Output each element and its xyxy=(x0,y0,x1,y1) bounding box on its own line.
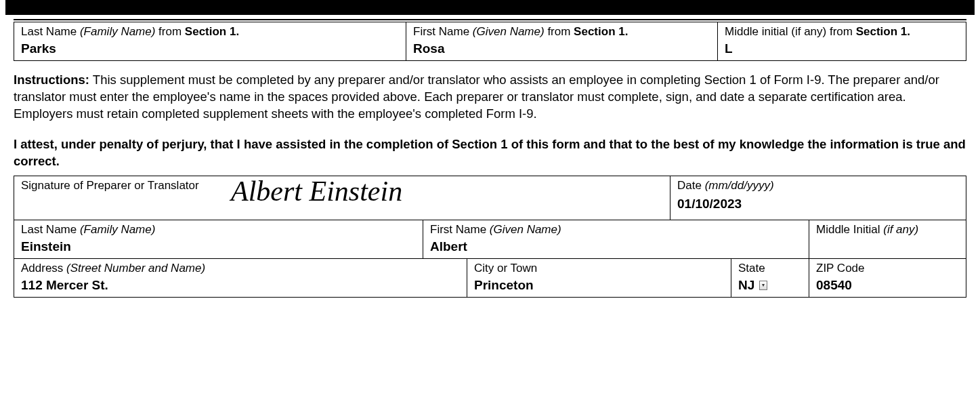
preparer-middle-initial-label: Middle Initial (if any) xyxy=(816,223,959,237)
preparer-last-name-label: Last Name (Family Name) xyxy=(21,223,416,237)
label-text: Address xyxy=(21,262,66,275)
instructions-lead: Instructions: xyxy=(14,73,89,87)
date-cell: Date (mm/dd/yyyy) 01/10/2023 xyxy=(670,176,966,220)
label-ital: (Given Name) xyxy=(473,25,545,38)
zip-cell: ZIP Code 08540 xyxy=(809,259,966,298)
label-ital: (Given Name) xyxy=(490,223,561,236)
employee-middle-initial-label: Middle initial (if any) from Section 1. xyxy=(725,25,959,39)
label-text: from xyxy=(155,25,184,38)
preparer-middle-initial-cell: Middle Initial (if any) xyxy=(809,220,966,259)
label-ital: (Family Name) xyxy=(80,25,155,38)
label-text: Last Name xyxy=(21,25,80,38)
date-value[interactable]: 01/10/2023 xyxy=(677,197,959,211)
city-cell: City or Town Princeton xyxy=(467,259,731,298)
instructions-body: This supplement must be completed by any… xyxy=(14,73,939,121)
address-value[interactable]: 112 Mercer St. xyxy=(21,278,460,293)
label-text: Date xyxy=(677,179,705,192)
city-value[interactable]: Princeton xyxy=(474,278,724,293)
preparer-first-name-cell: First Name (Given Name) Albert xyxy=(423,220,809,259)
dropdown-caret-icon: ▾ xyxy=(759,281,767,290)
label-bold: Section 1. xyxy=(856,25,910,38)
signature-cell: Signature of Preparer or Translator Albe… xyxy=(14,176,670,220)
signature-row: Signature of Preparer or Translator Albe… xyxy=(14,176,966,220)
employee-first-name-label: First Name (Given Name) from Section 1. xyxy=(413,25,710,39)
label-ital: (Family Name) xyxy=(80,223,155,236)
state-value: NJ xyxy=(738,278,754,292)
label-text: Middle Initial xyxy=(816,223,883,236)
label-text: First Name xyxy=(413,25,473,38)
header-rule xyxy=(14,19,966,20)
state-label: State xyxy=(738,262,802,275)
label-text: from xyxy=(545,25,574,38)
preparer-first-name-label: First Name (Given Name) xyxy=(430,223,802,237)
label-text: Middle initial (if any) from xyxy=(725,25,856,38)
employee-last-name-value[interactable]: Parks xyxy=(21,41,399,56)
header-black-bar xyxy=(5,0,975,15)
signature-value[interactable]: Albert Einstein xyxy=(231,175,402,207)
address-label: Address (Street Number and Name) xyxy=(21,262,460,275)
employee-last-name-cell: Last Name (Family Name) from Section 1. … xyxy=(14,22,406,61)
label-ital: (Street Number and Name) xyxy=(66,262,205,275)
employee-name-row: Last Name (Family Name) from Section 1. … xyxy=(14,22,966,61)
employee-first-name-cell: First Name (Given Name) from Section 1. … xyxy=(406,22,718,61)
label-bold: Section 1. xyxy=(185,25,239,38)
label-ital: (if any) xyxy=(883,223,918,236)
label-bold: Section 1. xyxy=(574,25,628,38)
preparer-name-row: Last Name (Family Name) Einstein First N… xyxy=(14,220,966,259)
employee-middle-initial-cell: Middle initial (if any) from Section 1. … xyxy=(718,22,966,61)
label-text: Last Name xyxy=(21,223,80,236)
state-cell: State NJ ▾ xyxy=(731,259,809,298)
employee-middle-initial-value[interactable]: L xyxy=(725,41,959,56)
address-cell: Address (Street Number and Name) 112 Mer… xyxy=(14,259,467,298)
city-label: City or Town xyxy=(474,262,724,275)
employee-last-name-label: Last Name (Family Name) from Section 1. xyxy=(21,25,399,39)
preparer-last-name-cell: Last Name (Family Name) Einstein xyxy=(14,220,423,259)
label-ital: (mm/dd/yyyy) xyxy=(705,179,774,192)
employee-first-name-value[interactable]: Rosa xyxy=(413,41,710,56)
date-label: Date (mm/dd/yyyy) xyxy=(677,179,959,193)
label-text: First Name xyxy=(430,223,490,236)
zip-value[interactable]: 08540 xyxy=(816,278,959,293)
instructions-block: Instructions: This supplement must be co… xyxy=(14,72,966,123)
preparer-last-name-value[interactable]: Einstein xyxy=(21,239,416,254)
attestation-text: I attest, under penalty of perjury, that… xyxy=(14,136,966,170)
zip-label: ZIP Code xyxy=(816,262,959,275)
preparer-first-name-value[interactable]: Albert xyxy=(430,239,802,254)
preparer-address-row: Address (Street Number and Name) 112 Mer… xyxy=(14,259,966,298)
state-select[interactable]: NJ ▾ xyxy=(738,278,767,293)
